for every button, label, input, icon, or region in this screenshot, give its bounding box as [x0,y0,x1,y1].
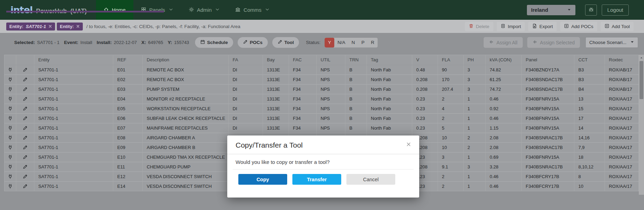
table-row[interactable]: SAT701-1E01REMOTE AC BOXDI1313EF34NPSBNo… [5,65,639,75]
table-cell: E09 [113,142,142,152]
edit-row-cell[interactable] [16,104,34,113]
table-row[interactable]: SAT701-1E02REMOTE AC BOXDI1313EF34NPSBNo… [5,75,639,84]
import-button[interactable]: Import [497,22,525,31]
column-header-ph[interactable]: PH [463,55,485,65]
edit-row-cell[interactable] [16,152,34,162]
import-icon [501,24,505,29]
table-cell: 0.208 [412,75,438,84]
table-cell: B [345,75,367,84]
edit-row-cell[interactable] [16,172,34,181]
edit-row-cell[interactable] [16,94,34,104]
edit-row-cell[interactable] [16,181,34,191]
close-icon[interactable] [406,142,411,148]
drag-handle-cell[interactable] [5,94,16,104]
column-header-kva-con-[interactable]: kVA (CON) [485,55,521,65]
filter-badge: Entity:SAT701-1 [6,23,55,30]
add-tool-button[interactable]: Add Tool [601,22,634,31]
drag-handle-cell[interactable] [5,172,16,181]
drag-handle-cell[interactable] [5,104,16,113]
schedule-button[interactable]: Schedule [195,37,233,48]
table-cell: North Fab [367,123,412,133]
drag-handle-cell[interactable] [5,123,16,133]
status-option-n[interactable]: N [349,38,358,47]
table-cell: 14 [574,123,605,133]
column-header-cct[interactable]: CCT [574,55,605,65]
column-header-util[interactable]: UTIL [316,55,345,65]
drag-handle-cell[interactable] [5,65,16,75]
scroll-up-button[interactable] [639,55,644,60]
region-select[interactable]: Ireland [527,5,575,15]
column-header-tag[interactable]: Tag [367,55,412,65]
vertical-scrollbar[interactable] [639,55,644,195]
status-option-p[interactable]: P [358,38,368,47]
table-cell: 0.23 [412,113,438,123]
pencil-icon [23,96,28,101]
table-cell: F34 [289,104,316,113]
add-pocs-button[interactable]: Add POCs [560,22,597,31]
table-cell: 2 [438,172,463,181]
column-header-roxtec[interactable]: Roxtec [605,55,639,65]
table-cell: MONITOR #2 RECEPTACLE [142,94,228,104]
brand: intel PowerHub (UAT) [0,5,96,15]
status-option-n-a[interactable]: N/A [334,38,349,47]
logout-button[interactable]: Logout [602,5,629,16]
table-row[interactable]: SAT701-1E06SUBFAB LEAK CHECK RECEPTACLED… [5,113,639,123]
cancel-button[interactable]: Cancel [346,174,395,185]
search-input[interactable] [83,24,465,29]
transfer-button[interactable]: Transfer [292,174,341,185]
pocs-button[interactable]: POCs [238,37,268,48]
column-header-bay[interactable]: Bay [263,55,289,65]
column-header-fa[interactable]: FA [228,55,263,65]
drag-handle-cell[interactable] [5,162,16,172]
column-header-trn[interactable]: TRN [345,55,367,65]
plug-icon [8,174,13,179]
column-header-v[interactable]: V [412,55,438,65]
badge-remove-icon[interactable] [76,24,80,29]
edit-row-cell[interactable] [16,65,34,75]
table-row[interactable]: SAT701-1E03PUMP SYSTEMDI1313EF34NPSBNort… [5,84,639,94]
nav-item-comms[interactable]: Comms [228,0,277,20]
plug-icon [8,145,13,150]
status-option-y[interactable]: Y [325,38,334,47]
status-option-r[interactable]: R [368,38,378,47]
drag-handle-cell[interactable] [5,75,16,84]
column-header-fac[interactable]: FAC [289,55,316,65]
copy-button[interactable]: Copy [238,174,287,185]
nav-item-panels[interactable]: Panels [133,0,181,20]
delete-button[interactable]: Delete [465,22,493,31]
nav-item-admin[interactable]: Admin [181,0,228,20]
table-row[interactable]: SAT701-1E04MONITOR #2 RECEPTACLEDI1313EF… [5,94,639,104]
edit-row-cell[interactable] [16,142,34,152]
scrollbar-thumb[interactable] [639,61,643,99]
drag-handle-cell[interactable] [5,142,16,152]
scenario-select[interactable]: Choose Scenari... [585,37,638,48]
tool-button[interactable]: Tool [272,37,299,48]
column-header-panel[interactable]: Panel [521,55,574,65]
edit-row-cell[interactable] [16,75,34,84]
field-label: X: [141,40,146,45]
edit-row-cell[interactable] [16,113,34,123]
export-button[interactable]: Export [528,22,557,31]
edit-row-cell[interactable] [16,162,34,172]
assign-all-button[interactable]: Assign All [484,37,523,48]
drag-handle-cell[interactable] [5,84,16,94]
table-row[interactable]: SAT701-1E07MAINFRAME RECEPTACLESDI1313EF… [5,123,639,133]
table-cell: ROX/AA/17 [605,181,639,191]
column-header-fla[interactable]: FLA [438,55,463,65]
nav-item-home[interactable]: Home [96,0,133,20]
edit-row-cell[interactable] [16,84,34,94]
drag-handle-cell[interactable] [5,152,16,162]
drag-handle-cell[interactable] [5,181,16,191]
assign-selected-button[interactable]: Assign Selected [527,37,580,48]
bug-report-button[interactable] [585,5,597,16]
column-header-ref[interactable]: REF [113,55,142,65]
edit-row-cell[interactable] [16,123,34,133]
table-row[interactable]: SAT701-1E05WORKSTATION RECEPTACLEDI1313E… [5,104,639,113]
drag-handle-cell[interactable] [5,113,16,123]
badge-remove-icon[interactable] [48,24,52,29]
column-header-description[interactable]: Description [142,55,228,65]
edit-row-cell[interactable] [16,133,34,142]
column-header-entity[interactable]: Entity [34,55,113,65]
drag-handle-cell[interactable] [5,133,16,142]
table-cell: F340BFNRV15A [521,113,574,123]
